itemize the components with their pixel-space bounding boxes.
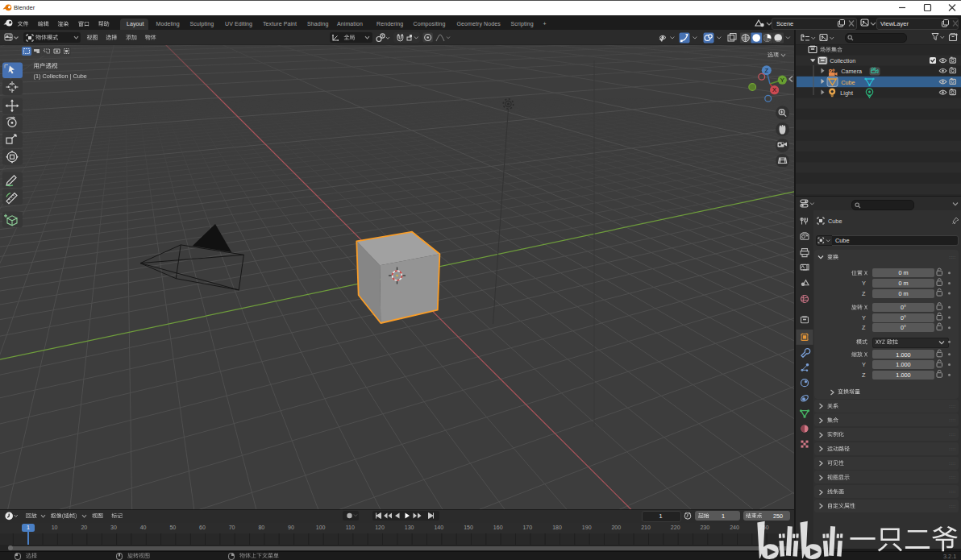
svg-text:X: X <box>772 86 776 93</box>
svg-text:Y: Y <box>780 77 784 84</box>
svg-text:Z: Z <box>765 67 769 74</box>
